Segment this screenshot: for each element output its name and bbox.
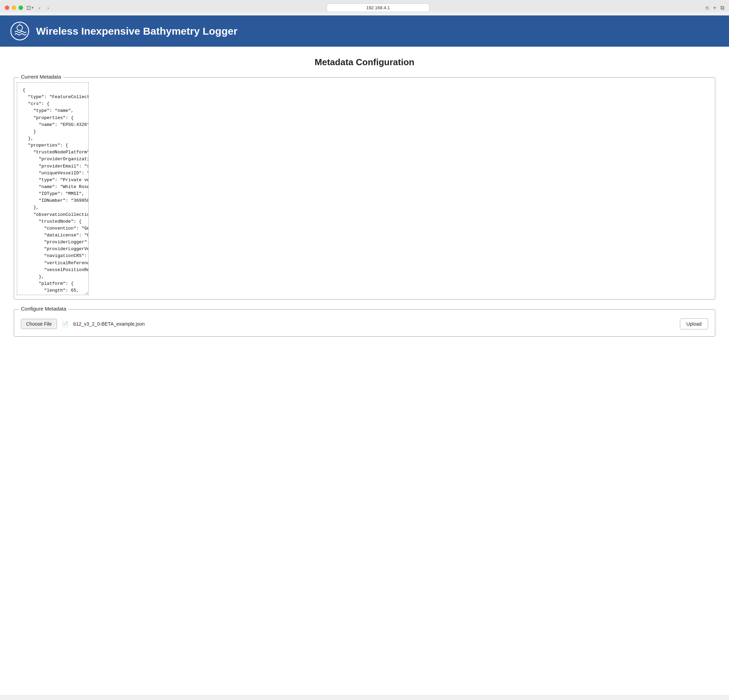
svg-point-1: [17, 25, 23, 30]
traffic-lights: [5, 6, 23, 10]
share-icon[interactable]: ⎋: [706, 5, 709, 11]
configure-metadata-section: Configure Metadata Choose File 📄 b12_v3_…: [14, 309, 715, 337]
fullscreen-button[interactable]: [19, 6, 23, 10]
site-header: Wireless Inexpensive Bathymetry Logger: [0, 16, 729, 47]
browser-actions: ⎋ + ⧉: [706, 5, 724, 11]
forward-button[interactable]: ›: [46, 4, 51, 11]
page-title: Metadata Configuration: [14, 57, 715, 68]
new-tab-icon[interactable]: +: [713, 5, 716, 11]
sidebar-toggle[interactable]: ⊡ ▾: [26, 4, 33, 11]
url-text: 192.168.4.1: [366, 5, 390, 10]
current-metadata-label: Current Metadata: [19, 74, 63, 80]
configure-metadata-label: Configure Metadata: [19, 306, 68, 312]
site-title: Wireless Inexpensive Bathymetry Logger: [36, 25, 238, 37]
file-name: b12_v3_2_0-BETA_example.json: [74, 321, 675, 327]
minimize-button[interactable]: [12, 6, 16, 10]
choose-file-button[interactable]: Choose File: [21, 319, 57, 329]
upload-button[interactable]: Upload: [680, 319, 708, 329]
file-icon: 📄: [62, 321, 69, 328]
back-button[interactable]: ‹: [37, 4, 42, 11]
address-bar[interactable]: 192.168.4.1: [327, 3, 430, 12]
sidebar-icon: ⊡: [26, 4, 31, 11]
site-logo: [10, 22, 29, 41]
sidebar-chevron-icon: ▾: [32, 6, 33, 10]
current-metadata-section: Current Metadata: [14, 77, 715, 300]
tabs-icon[interactable]: ⧉: [720, 5, 724, 11]
json-display[interactable]: [17, 83, 89, 295]
close-button[interactable]: [5, 6, 9, 10]
